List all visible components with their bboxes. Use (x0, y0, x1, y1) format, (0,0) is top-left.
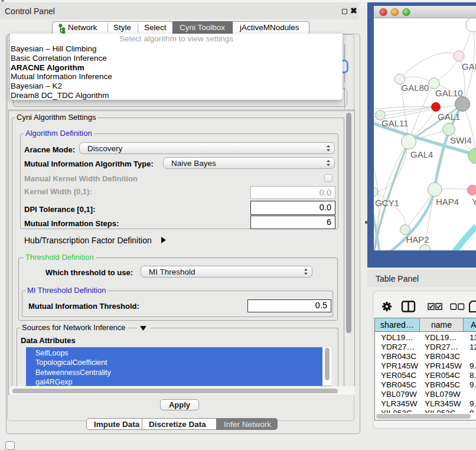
svg-text:HAP4: HAP4 (436, 197, 459, 207)
svg-text:GAL: GAL (462, 61, 476, 71)
svg-text:GCY1: GCY1 (375, 198, 399, 208)
svg-text:Y: Y (472, 197, 476, 207)
svg-text:SWI4: SWI4 (450, 135, 472, 145)
svg-text:GAL80: GAL80 (402, 83, 429, 93)
svg-text:HAP2: HAP2 (406, 234, 429, 244)
svg-text:GAL10: GAL10 (435, 88, 463, 98)
svg-text:GAL1: GAL1 (438, 112, 460, 122)
svg-text:GAL4: GAL4 (410, 149, 433, 159)
svg-text:GAL11: GAL11 (382, 118, 409, 128)
